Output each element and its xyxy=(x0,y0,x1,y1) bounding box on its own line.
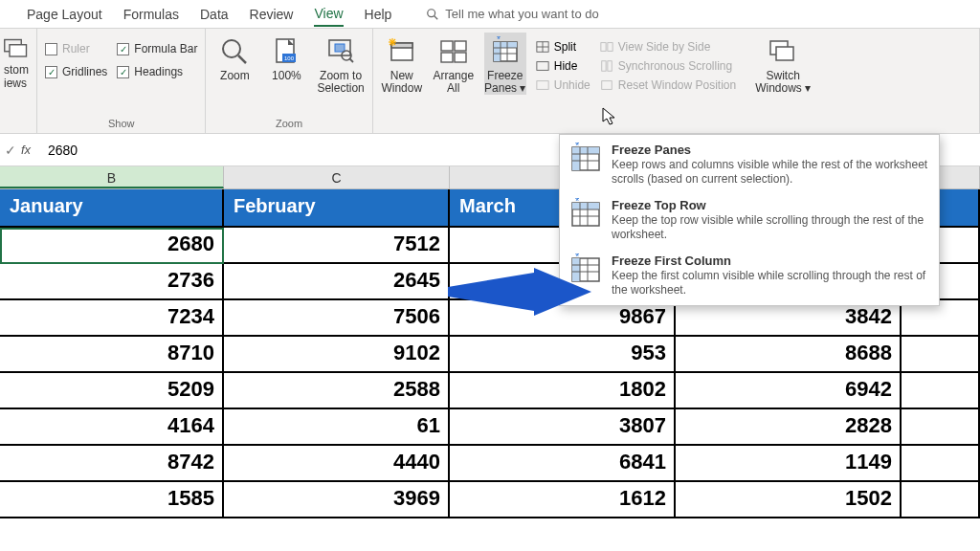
freeze-top-row-item[interactable]: * Freeze Top Row Keep the top row visibl… xyxy=(560,192,939,248)
cell[interactable]: 3807 xyxy=(450,409,676,446)
cell[interactable]: 2828 xyxy=(676,409,902,446)
freeze-first-column-item[interactable]: * Freeze First Column Keep the first col… xyxy=(560,248,939,303)
gridlines-checkbox[interactable]: ✓Gridlines xyxy=(45,65,107,78)
zoom-100-button[interactable]: 100 100% xyxy=(265,33,307,82)
fx-icon[interactable]: fx xyxy=(21,143,42,157)
custom-views-button[interactable]: stomiews xyxy=(0,33,33,90)
cell[interactable]: 1149 xyxy=(676,446,902,482)
cell[interactable]: 6841 xyxy=(450,446,676,482)
cell[interactable]: 953 xyxy=(450,337,676,373)
table-row: 5209258818026942 xyxy=(0,373,980,409)
tab-help[interactable]: Help xyxy=(365,7,392,22)
formula-bar-label: Formula Bar xyxy=(134,42,197,55)
tab-review[interactable]: Review xyxy=(250,7,294,22)
tell-me-search[interactable]: Tell me what you want to do xyxy=(426,7,598,21)
sync-scroll-label: Synchronous Scrolling xyxy=(618,59,732,73)
zoom-sel-label-1: Zoom to xyxy=(320,69,362,82)
cell[interactable] xyxy=(902,409,980,446)
cell[interactable]: 2680 xyxy=(0,228,224,264)
tab-data[interactable]: Data xyxy=(200,7,229,22)
svg-text:*: * xyxy=(575,143,580,151)
new-window-l1: New xyxy=(390,69,413,82)
cell[interactable]: 8688 xyxy=(676,337,902,373)
split-button[interactable]: Split xyxy=(536,40,590,54)
custom-views-label-1: stom xyxy=(4,63,29,77)
svg-point-4 xyxy=(223,40,240,57)
sync-scroll-button: Synchronous Scrolling xyxy=(600,59,736,73)
tab-page-layout[interactable]: Page Layout xyxy=(27,7,102,22)
month-jan[interactable]: January xyxy=(0,189,224,228)
group-label-zoom: Zoom xyxy=(213,116,364,131)
svg-line-1 xyxy=(434,15,438,19)
arrange-l1: Arrange xyxy=(433,69,474,82)
cell[interactable]: 9102 xyxy=(224,337,450,373)
freeze-panes-menu-icon: * xyxy=(569,143,602,175)
freeze-first-col-desc: Keep the first column visible while scro… xyxy=(612,269,929,298)
freeze-panes-icon: * xyxy=(490,36,521,67)
cell[interactable]: 7234 xyxy=(0,300,224,337)
cell[interactable]: 2588 xyxy=(224,373,450,409)
split-label: Split xyxy=(554,40,576,54)
custom-views-label-2: iews xyxy=(4,77,27,90)
new-window-l2: Window xyxy=(381,81,422,95)
svg-rect-3 xyxy=(10,45,27,56)
cell[interactable]: 5209 xyxy=(0,373,224,409)
reset-window-pos-button: Reset Window Position xyxy=(600,78,736,92)
page-100-icon: 100 xyxy=(271,36,301,67)
freeze-top-row-title: Freeze Top Row xyxy=(612,198,929,212)
group-label-show: Show xyxy=(45,116,197,131)
svg-line-12 xyxy=(349,58,353,62)
tab-view[interactable]: View xyxy=(314,6,343,27)
headings-checkbox[interactable]: ✓Headings xyxy=(117,65,197,78)
cell[interactable]: 7512 xyxy=(224,228,450,264)
svg-rect-20 xyxy=(455,41,466,51)
tab-formulas[interactable]: Formulas xyxy=(123,7,179,22)
cell[interactable]: 4164 xyxy=(0,409,224,446)
reset-pos-icon xyxy=(600,78,613,92)
switch-windows-button[interactable]: SwitchWindows ▾ xyxy=(755,33,811,95)
cell[interactable]: 3969 xyxy=(224,482,450,518)
switch-windows-icon xyxy=(768,36,798,67)
cell[interactable]: 1802 xyxy=(450,373,676,409)
cell[interactable]: 8742 xyxy=(0,446,224,482)
cell[interactable] xyxy=(902,446,980,482)
chevron-down-icon: ▾ xyxy=(520,81,525,95)
cell[interactable]: 2645 xyxy=(224,264,450,300)
cancel-icon[interactable]: ✓ xyxy=(0,143,21,158)
unhide-button: Unhide xyxy=(536,78,590,92)
freeze-panes-item[interactable]: * Freeze Panes Keep rows and columns vis… xyxy=(560,137,939,192)
month-feb[interactable]: February xyxy=(224,189,450,228)
cell[interactable]: 6942 xyxy=(676,373,902,409)
svg-rect-19 xyxy=(441,41,453,51)
cell[interactable]: 1585 xyxy=(0,482,224,518)
table-row: 41646138072828 xyxy=(0,409,980,446)
svg-rect-42 xyxy=(776,47,793,60)
cell[interactable]: 61 xyxy=(224,409,450,446)
cell[interactable] xyxy=(902,482,980,518)
cell[interactable]: 4440 xyxy=(224,446,450,482)
cell[interactable] xyxy=(902,373,980,409)
svg-rect-21 xyxy=(441,53,453,62)
tell-me-label: Tell me what you want to do xyxy=(445,7,598,21)
arrange-all-button[interactable]: ArrangeAll xyxy=(433,33,475,95)
table-row: 871091029538688 xyxy=(0,337,980,373)
mouse-cursor xyxy=(602,107,617,126)
zoom-to-selection-button[interactable]: Zoom toSelection xyxy=(317,33,364,95)
col-header-c[interactable]: C xyxy=(224,166,450,188)
svg-line-5 xyxy=(238,55,246,63)
hide-button[interactable]: Hide xyxy=(536,59,590,73)
cell[interactable]: 1612 xyxy=(450,482,676,518)
cell[interactable] xyxy=(902,337,980,373)
cell[interactable]: 7506 xyxy=(224,300,450,337)
formula-bar-checkbox[interactable]: ✓Formula Bar xyxy=(117,42,197,55)
cell[interactable]: 1502 xyxy=(676,482,902,518)
chevron-down-icon: ▾ xyxy=(805,81,811,95)
col-header-b[interactable]: B xyxy=(0,166,224,188)
svg-rect-38 xyxy=(602,61,606,72)
freeze-panes-button[interactable]: * FreezePanes ▾ xyxy=(484,33,526,95)
new-window-button[interactable]: NewWindow xyxy=(381,33,423,95)
zoom-button[interactable]: Zoom xyxy=(213,33,256,82)
arrange-all-icon xyxy=(438,36,469,67)
cell[interactable]: 8710 xyxy=(0,337,224,373)
cell[interactable]: 2736 xyxy=(0,264,224,300)
